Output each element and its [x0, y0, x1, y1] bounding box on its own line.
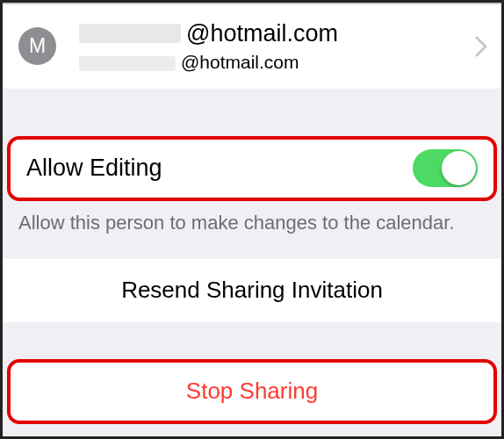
stop-sharing-label: Stop Sharing — [186, 378, 318, 405]
chevron-right-icon — [475, 36, 487, 57]
contact-text: @hotmail.com @hotmail.com — [79, 19, 466, 74]
allow-editing-toggle[interactable] — [413, 149, 478, 187]
avatar-initial: M — [29, 34, 46, 58]
stop-sharing-highlight: Stop Sharing — [7, 359, 497, 424]
resend-invitation-button[interactable]: Resend Sharing Invitation — [3, 259, 501, 322]
allow-editing-highlight: Allow Editing — [7, 136, 497, 201]
resend-invitation-label: Resend Sharing Invitation — [121, 277, 383, 304]
redacted-name-small — [79, 56, 176, 71]
primary-email: @hotmail.com — [186, 19, 338, 47]
allow-editing-row[interactable]: Allow Editing — [11, 140, 493, 198]
secondary-email: @hotmail.com — [181, 51, 299, 73]
redacted-name — [79, 24, 181, 43]
toggle-knob — [442, 151, 476, 185]
contact-row[interactable]: M @hotmail.com @hotmail.com — [3, 4, 501, 89]
allow-editing-label: Allow Editing — [26, 155, 162, 182]
avatar: M — [18, 27, 56, 65]
stop-sharing-button[interactable]: Stop Sharing — [11, 363, 493, 421]
allow-editing-description: Allow this person to make changes to the… — [3, 201, 501, 259]
